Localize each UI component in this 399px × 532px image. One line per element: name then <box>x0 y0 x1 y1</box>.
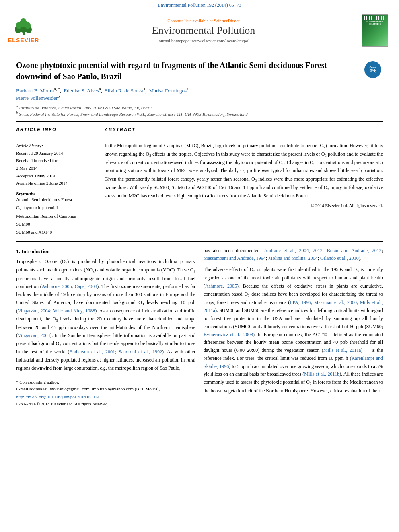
elsevier-tree-icon <box>12 18 35 36</box>
journal-header: ELSEVIER Contents lists available at Sci… <box>0 10 399 51</box>
ref-orlando2010[interactable]: Orlando et al., 2010 <box>320 255 359 261</box>
keyword-3: Metropolitan Region of Campinas <box>16 212 97 220</box>
journal-cover-image: ENVIRONMENTALPOLLUTION <box>362 14 388 47</box>
journal-title: Environmental Pollution <box>52 25 355 37</box>
history-heading: Article history: <box>16 142 97 150</box>
affiliation-a: a Instituto de Botânica, Caixa Postal 30… <box>16 104 383 110</box>
affiliation-b: b Swiss Federal Institute for Forest, Sn… <box>16 111 383 117</box>
body-col-left: 1. Introduction Tropospheric Ozone (O3) … <box>16 247 195 407</box>
divider-abstract <box>105 137 383 137</box>
ref-boian2012[interactable]: Boian and Andrade, 2012 <box>327 248 382 253</box>
svg-text:Cross: Cross <box>369 66 376 68</box>
ref-ashmore2005b[interactable]: Ashmore, 2005 <box>205 283 237 289</box>
ref-massambani1994[interactable]: Massambani and Andrade, 1994 <box>204 255 266 261</box>
author-silvia: Silvia R. de Souza <box>105 88 143 94</box>
elsevier-logo: ELSEVIER <box>8 18 39 43</box>
footnote-issn: 0269-7491/© 2014 Elsevier Ltd. All right… <box>16 401 195 407</box>
history-accepted: Accepted 3 May 2014 <box>16 172 97 180</box>
article-info-col: ARTICLE INFO Article history: Received 2… <box>16 127 97 236</box>
ref-mills2011ab[interactable]: Mills et al., 2011a <box>323 347 361 353</box>
article-info-heading: ARTICLE INFO <box>16 127 97 132</box>
keyword-5: SUM60 and AOT40 <box>16 228 97 236</box>
author-barbara: Bárbara B. Moura <box>16 88 54 94</box>
history-revised-label: Received in revised form <box>16 157 97 164</box>
crossmark-icon: Cross Mark <box>364 61 381 78</box>
journal-title-section: Contents lists available at ScienceDirec… <box>52 18 355 43</box>
doi-link[interactable]: http://dx.doi.org/10.1016/j.envpol.2014.… <box>16 394 99 399</box>
abstract-heading: ABSTRACT <box>105 127 383 132</box>
footnote-email: E-mail addresses: lmourabio@gmail.com, l… <box>16 386 195 392</box>
article-history: Article history: Received 29 January 201… <box>16 142 97 187</box>
sciencedirect-line: Contents lists available at ScienceDirec… <box>52 18 355 23</box>
keyword-1: Atlantic Semi-deciduous Forest <box>16 196 97 204</box>
ref-vingarzan2004[interactable]: Vingarzan, 2004 <box>18 308 50 314</box>
keyword-2: O3 phytotoxic potential <box>16 204 97 212</box>
crossmark-badge[interactable]: Cross Mark <box>363 60 383 80</box>
ref-cape2008[interactable]: Cape, 2008 <box>75 283 97 289</box>
divider-body <box>16 241 383 242</box>
intro-para-2: has also been documented (Andrade et al.… <box>204 247 383 263</box>
intro-para-3: The adverse effects of O3 on plants were… <box>204 266 383 395</box>
journal-cover-section: ENVIRONMENTALPOLLUTION <box>359 14 391 47</box>
author-marisa: Marisa Domingos <box>149 88 187 94</box>
history-received: Received 29 January 2014 <box>16 150 97 157</box>
ref-mills2011b[interactable]: Mills et al., 2011b <box>304 371 339 377</box>
abstract-col: ABSTRACT In the Metropolitan Region of C… <box>105 127 383 236</box>
body-col-right: has also been documented (Andrade et al.… <box>204 247 383 407</box>
section1-title: 1. Introduction <box>16 247 195 255</box>
cover-lines <box>364 16 386 20</box>
keyword-4: SUM00 <box>16 220 97 228</box>
journal-homepage: journal homepage: www.elsevier.com/locat… <box>52 38 355 43</box>
elsevier-brand-text: ELSEVIER <box>8 37 39 43</box>
article-body: Ozone phytotoxic potential with regard t… <box>0 51 399 415</box>
keywords-list: Atlantic Semi-deciduous Forest O3 phytot… <box>16 196 97 236</box>
ref-vingarzan2004b[interactable]: Vingarzan, 2004 <box>18 333 50 338</box>
author-edenise: Edenise S. Alves <box>64 88 99 94</box>
divider-info <box>16 137 97 137</box>
ref-bytnerowicz2008[interactable]: Bytnerowicz et al., 2008 <box>204 332 253 337</box>
history-revised-date: 2 May 2014 <box>16 164 97 172</box>
intro-para-1: Tropospheric Ozone (O3) is produced by p… <box>16 258 195 372</box>
author-pierre: Pierre Vollenweider <box>16 95 58 101</box>
keywords-section: Keywords: Atlantic Semi-deciduous Forest… <box>16 191 97 236</box>
keywords-heading: Keywords: <box>16 191 97 196</box>
cover-title: ENVIRONMENTALPOLLUTION <box>366 21 384 25</box>
copyright-text: © 2014 Elsevier Ltd. All rights reserved… <box>105 203 383 208</box>
sciencedirect-name: ScienceDirect <box>214 18 240 23</box>
svg-point-5 <box>16 22 22 29</box>
abstract-text: In the Metropolitan Region of Campinas (… <box>105 142 383 200</box>
ref-andrade2004[interactable]: Andrade et al., 2004, 2012 <box>264 248 322 253</box>
footnote-doi: http://dx.doi.org/10.1016/j.envpol.2014.… <box>16 394 195 401</box>
ref-molina2004[interactable]: Molina and Molina, 2004 <box>268 255 318 261</box>
history-online: Available online 2 June 2014 <box>16 179 97 187</box>
ref-sandroni1992[interactable]: Sandroni et al., 1992 <box>119 349 162 355</box>
elsevier-logo-section: ELSEVIER <box>8 18 48 43</box>
ref-emberson2001[interactable]: Emberson et al., 2001 <box>70 349 115 355</box>
footnote-section: * Corresponding author. E-mail addresses… <box>16 376 195 407</box>
divider-top <box>16 121 383 122</box>
ref-voltz1988[interactable]: Voltz and Kley, 1988 <box>53 308 95 314</box>
footnote-corresponding: * Corresponding author. <box>16 379 195 386</box>
ref-ashmore2005[interactable]: Ashmore, 2005 <box>42 283 72 289</box>
ref-massman2000[interactable]: Massman et al., 2000 <box>314 300 357 305</box>
body-content: 1. Introduction Tropospheric Ozone (O3) … <box>16 247 383 407</box>
journal-citation: Environmental Pollution 192 (2014) 65–73 <box>158 2 241 8</box>
article-title: Ozone phytotoxic potential with regard t… <box>16 60 383 82</box>
affiliations: a Instituto de Botânica, Caixa Postal 30… <box>16 104 383 117</box>
authors-line: Bárbara B. Mouraa, *, Edenise S. Alvesa,… <box>16 87 383 102</box>
svg-point-6 <box>25 22 31 29</box>
ref-karenlampi1996[interactable]: Kärenlampi and Skärby, 1996 <box>204 355 383 369</box>
article-info-abstract: ARTICLE INFO Article history: Received 2… <box>16 127 383 236</box>
ref-epa1996[interactable]: EPA, 1996 <box>290 300 311 305</box>
journal-bar: Environmental Pollution 192 (2014) 65–73 <box>0 0 399 10</box>
